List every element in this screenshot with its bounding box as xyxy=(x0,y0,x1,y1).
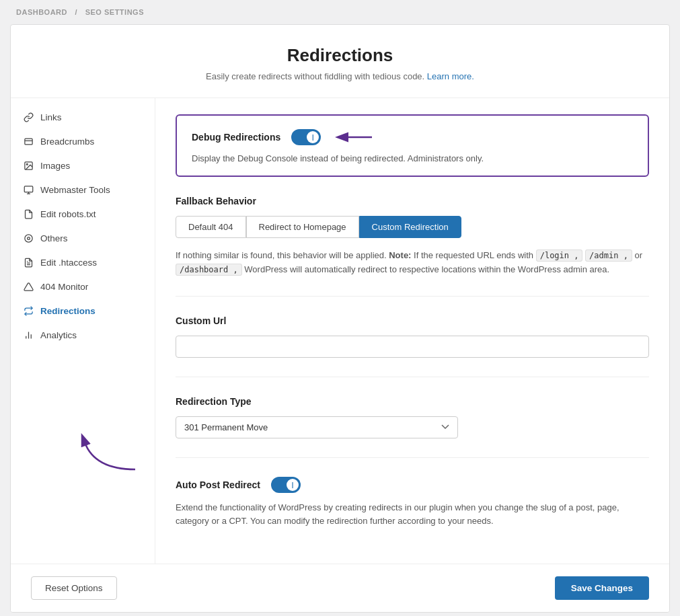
auto-toggle-thumb xyxy=(287,479,299,491)
sidebar-label-edit-htaccess: Edit .htaccess xyxy=(40,258,97,268)
learn-more-link[interactable]: Learn more. xyxy=(427,71,474,81)
fallback-custom-redirection-button[interactable]: Custom Redirection xyxy=(359,216,461,238)
toggle-thumb xyxy=(307,131,319,143)
link-icon xyxy=(23,112,34,122)
sidebar-item-404-monitor[interactable]: 404 Monitor xyxy=(11,274,155,299)
sidebar-label-edit-robots: Edit robots.txt xyxy=(40,209,96,219)
debug-redirections-description: Display the Debug Console instead of bei… xyxy=(192,153,633,163)
breadcrumb-separator: / xyxy=(75,8,78,16)
breadcrumb-current: SEO SETTINGS xyxy=(85,8,144,16)
others-icon xyxy=(23,233,34,243)
debug-arrow-annotation xyxy=(332,128,375,147)
edit-robots-icon xyxy=(23,208,34,219)
svg-rect-0 xyxy=(24,139,32,145)
footer-bar: Reset Options Save Changes xyxy=(11,564,669,612)
custom-url-input[interactable] xyxy=(176,336,649,358)
reset-options-button[interactable]: Reset Options xyxy=(31,576,117,600)
sidebar-label-404-monitor: 404 Monitor xyxy=(40,282,88,292)
sidebar-item-breadcrumbs[interactable]: Breadcrumbs xyxy=(11,129,155,153)
main-content: Debug Redirections xyxy=(155,98,669,564)
svg-point-3 xyxy=(26,163,28,165)
webmaster-tools-icon xyxy=(23,184,34,195)
sidebar-label-redirections: Redirections xyxy=(40,306,96,316)
auto-toggle-track xyxy=(271,477,301,493)
svg-point-7 xyxy=(24,234,32,241)
sidebar-item-links[interactable]: Links xyxy=(11,105,155,129)
sidebar-label-others: Others xyxy=(40,233,68,243)
sidebar-item-redirections[interactable]: Redirections xyxy=(11,299,155,323)
fallback-note: If nothing similar is found, this behavi… xyxy=(176,249,649,277)
page-title: Redirections xyxy=(24,45,656,66)
sidebar-item-analytics[interactable]: Analytics xyxy=(11,323,155,347)
sidebar-item-webmaster-tools[interactable]: Webmaster Tools xyxy=(11,178,155,202)
sidebar-label-breadcrumbs: Breadcrumbs xyxy=(40,137,94,147)
auto-post-redirect-toggle[interactable] xyxy=(271,477,301,493)
fallback-behavior-title: Fallback Behavior xyxy=(176,196,649,206)
svg-point-8 xyxy=(27,237,30,239)
custom-url-section: Custom Url xyxy=(176,315,649,377)
breadcrumb-bar: DASHBOARD / SEO SETTINGS xyxy=(0,0,680,24)
svg-rect-4 xyxy=(24,186,33,192)
sidebar-label-images: Images xyxy=(40,161,70,171)
toggle-track xyxy=(291,129,321,145)
404-monitor-icon xyxy=(23,281,34,292)
save-changes-button[interactable]: Save Changes xyxy=(555,576,649,600)
fallback-redirect-homepage-button[interactable]: Redirect to Homepage xyxy=(246,216,359,238)
fallback-button-group: Default 404 Redirect to Homepage Custom … xyxy=(176,216,649,238)
auto-post-redirect-description: Extend the functionality of WordPress by… xyxy=(176,501,649,529)
sidebar-label-analytics: Analytics xyxy=(40,330,77,340)
sidebar-label-webmaster-tools: Webmaster Tools xyxy=(40,185,110,195)
redirections-icon xyxy=(23,305,34,316)
debug-redirections-section: Debug Redirections xyxy=(176,114,649,177)
sidebar-label-links: Links xyxy=(40,112,62,122)
breadcrumb-dashboard[interactable]: DASHBOARD xyxy=(16,8,67,16)
sidebar: Links Breadcrumbs xyxy=(11,98,155,564)
fallback-behavior-section: Fallback Behavior Default 404 Redirect t… xyxy=(176,196,649,297)
redirection-type-section: Redirection Type 301 Permanent Move 302 … xyxy=(176,396,649,458)
analytics-icon xyxy=(23,330,34,340)
sidebar-item-others[interactable]: Others xyxy=(11,226,155,250)
custom-url-title: Custom Url xyxy=(176,315,649,326)
redirection-type-select[interactable]: 301 Permanent Move 302 Temporary Redirec… xyxy=(176,416,458,438)
page-subtitle: Easily create redirects without fiddling… xyxy=(24,71,656,81)
debug-redirections-label: Debug Redirections xyxy=(192,132,280,143)
images-icon xyxy=(23,160,34,171)
fallback-default-404-button[interactable]: Default 404 xyxy=(176,216,246,238)
page-header: Redirections Easily create redirects wit… xyxy=(11,25,669,98)
redirection-type-title: Redirection Type xyxy=(176,396,649,407)
debug-redirections-toggle[interactable] xyxy=(291,129,321,145)
sidebar-item-edit-robots[interactable]: Edit robots.txt xyxy=(11,202,155,226)
auto-post-redirect-section: Auto Post Redirect Extend the functional… xyxy=(176,477,649,548)
edit-htaccess-icon xyxy=(23,257,34,268)
sidebar-item-images[interactable]: Images xyxy=(11,153,155,178)
sidebar-item-edit-htaccess[interactable]: Edit .htaccess xyxy=(11,250,155,274)
auto-post-redirect-title: Auto Post Redirect xyxy=(176,479,260,490)
breadcrumbs-icon xyxy=(23,136,34,147)
